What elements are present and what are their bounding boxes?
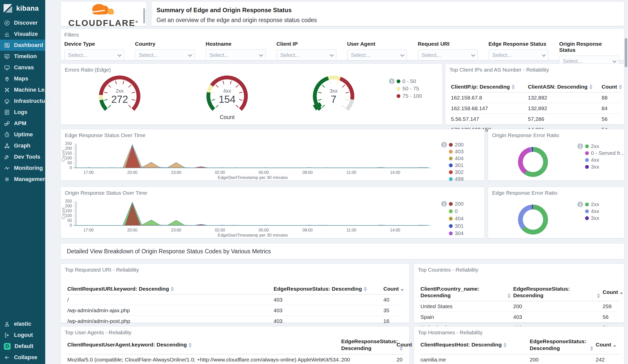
filter-label: Device Type: [64, 41, 124, 47]
svg-text:154: 154: [219, 94, 236, 105]
legend-item-50-75[interactable]: 50 - 75: [389, 86, 422, 91]
column-header[interactable]: ClientRequestURI.keyword: Descending: [67, 284, 273, 294]
legend-toggle-icon[interactable]: ❯: [577, 202, 583, 207]
legend-item-4xx[interactable]: 4xx: [577, 157, 624, 163]
column-header[interactable]: ClientRequestHost: Descending: [420, 340, 529, 350]
column-header[interactable]: EdgeResponseStatus: Descending: [529, 337, 595, 354]
filter-group-origin-response-status: Origin Response StatusSelect...: [559, 41, 619, 67]
sidebar-item-logs[interactable]: Logs: [0, 107, 45, 118]
column-header[interactable]: Count: [383, 284, 406, 294]
table-row: /wp-admin/admin-ajax.php40335: [67, 305, 403, 316]
legend-item-200[interactable]: ❯200: [441, 201, 464, 207]
legend-item-301[interactable]: 301: [441, 223, 464, 229]
legend-item-302[interactable]: 302: [441, 169, 464, 175]
sidebar-item-label: Maps: [14, 75, 28, 82]
sidebar-item-label: Dashboard: [14, 42, 43, 48]
markdown-panel-scrollbar[interactable]: [143, 8, 145, 23]
sort-icon: [508, 293, 511, 298]
sidebar-item-collapse[interactable]: Collapse: [0, 352, 45, 363]
column-header[interactable]: Count: [595, 340, 619, 350]
legend-item-403[interactable]: 403: [441, 149, 464, 154]
sidebar-item-machine-le[interactable]: Machine Le...: [0, 84, 45, 95]
sidebar-item-apm[interactable]: APM: [0, 118, 45, 129]
column-header[interactable]: EdgeResponseStatus: Descending: [341, 337, 396, 354]
sidebar-item-management[interactable]: Management: [0, 174, 45, 185]
filter-select-device-type[interactable]: Select...: [64, 49, 124, 61]
sidebar-item-label: Default: [14, 343, 34, 350]
cell: 200: [341, 357, 396, 363]
legend-item-0-50[interactable]: ❯0 - 50: [389, 78, 422, 84]
legend-item-3xx[interactable]: 3xx: [577, 164, 624, 170]
legend-label: 200: [455, 201, 464, 207]
top-client-ips-panel: Top Client IPs and AS Number - Reliabili…: [445, 63, 624, 125]
legend-color-dot: [585, 165, 589, 169]
legend-item-301[interactable]: 301: [441, 162, 464, 168]
sidebar-item-dashboard[interactable]: Dashboard: [0, 40, 45, 51]
legend-toggle-icon[interactable]: ❯: [441, 201, 447, 207]
legend-item-404[interactable]: 404: [441, 156, 464, 161]
sidebar-item-timelion[interactable]: Timelion: [0, 51, 45, 62]
column-header[interactable]: Count: [602, 287, 625, 297]
kibana-logo[interactable]: kibana: [0, 0, 45, 17]
legend-color-dot: [449, 224, 453, 228]
sidebar-item-logout[interactable]: Logout: [0, 329, 45, 341]
column-header[interactable]: ClientIP.country_name: Descending: [420, 284, 513, 301]
column-header[interactable]: EdgeResponseStatus: Descending: [513, 284, 602, 301]
top-hostnames-panel: Top Hostnames - Reliability ClientReques…: [414, 326, 624, 364]
sidebar-item-dev-tools[interactable]: Dev Tools: [0, 151, 45, 162]
page-scrollbar-thumb[interactable]: [625, 38, 627, 67]
legend-item-75-100[interactable]: 75 - 100: [389, 93, 422, 99]
infrastructure-icon: [4, 98, 10, 104]
sidebar-item-canvas[interactable]: Canvas: [0, 62, 45, 73]
column-header[interactable]: ClientASN: Descending: [527, 82, 601, 92]
panel-title: Top Requested URI - Reliability: [65, 267, 139, 273]
legend-toggle-icon[interactable]: ❯: [441, 142, 447, 147]
cell: /wp-admin/admin-ajax.php: [67, 307, 273, 313]
column-header[interactable]: Count: [601, 82, 624, 92]
legend-item-304[interactable]: 304: [441, 230, 464, 236]
filter-select-user-agent[interactable]: Select...: [347, 49, 407, 61]
legend-color-dot: [585, 151, 589, 155]
edge-error-ratio-donut: [518, 205, 548, 235]
legend-item-4xx[interactable]: 4xx: [577, 208, 599, 214]
sidebar-item-visualize[interactable]: Visualize: [0, 28, 45, 40]
filter-select-country[interactable]: Select...: [135, 49, 195, 61]
sort-desc-icon: [401, 289, 404, 291]
legend-item-2xx[interactable]: ❯2xx: [577, 202, 599, 207]
sidebar-item-default[interactable]: DDefault: [0, 341, 45, 352]
svg-text:EdgeStartTimestamp per 30 minu: EdgeStartTimestamp per 30 minutes: [218, 175, 288, 180]
top-user-agents-panel: Top User Agents - Reliability ClientRequ…: [60, 326, 410, 364]
sidebar-item-label: Machine Le...: [14, 87, 49, 93]
legend-item-2xx[interactable]: ❯2xx: [577, 143, 624, 149]
filter-select-client-ip[interactable]: Select...: [276, 49, 336, 61]
sidebar-item-uptime[interactable]: Uptime: [0, 129, 45, 140]
svg-text:05:00: 05:00: [259, 170, 269, 175]
apm-icon: [4, 120, 10, 127]
sidebar-item-label: Uptime: [14, 131, 33, 138]
kibana-wordmark: kibana: [16, 5, 39, 12]
sidebar-item-discover[interactable]: Discover: [0, 17, 45, 28]
column-header[interactable]: ClientIP.ip: Descending: [450, 82, 527, 92]
filter-select-request-uri[interactable]: Select...: [418, 49, 478, 61]
sidebar-item-elastic[interactable]: elastic: [0, 318, 45, 329]
legend-item-0[interactable]: 0: [441, 208, 464, 214]
column-header[interactable]: ClientRequestUserAgent.keyword: Descendi…: [67, 340, 341, 350]
cell: 206: [396, 357, 403, 363]
legend-item-499[interactable]: 499: [441, 176, 464, 182]
legend-item-0-Served-fr-[interactable]: 0 - Served fr...: [577, 150, 624, 156]
svg-text:50: 50: [67, 218, 72, 223]
legend-item-404[interactable]: 404: [441, 216, 464, 221]
sidebar-item-monitoring[interactable]: Monitoring: [0, 162, 45, 174]
legend-toggle-icon[interactable]: ❯: [389, 78, 395, 84]
legend-item-200[interactable]: ❯200: [441, 142, 464, 147]
column-header[interactable]: EdgeResponseStatus: Descending: [273, 284, 383, 294]
sidebar-item-graph[interactable]: Graph: [0, 140, 45, 151]
svg-text:08:00: 08:00: [302, 170, 312, 175]
filter-select-hostname[interactable]: Select...: [206, 49, 266, 61]
sidebar-item-maps[interactable]: Maps: [0, 73, 45, 84]
filter-label: Edge Response Status: [489, 41, 548, 47]
filter-select-edge-response-status[interactable]: Select...: [489, 49, 548, 61]
sidebar-item-infrastructure[interactable]: Infrastructure: [0, 95, 45, 107]
legend-item-3xx[interactable]: 3xx: [577, 215, 599, 221]
legend-toggle-icon[interactable]: ❯: [577, 143, 583, 149]
